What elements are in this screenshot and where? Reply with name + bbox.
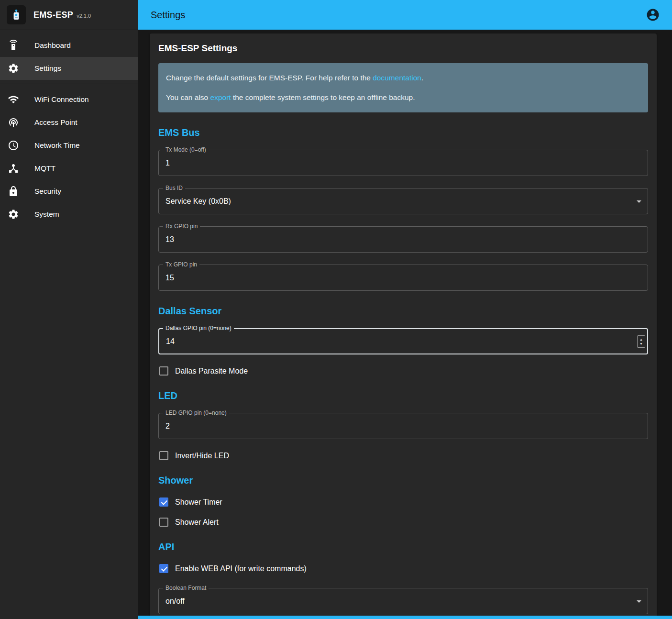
- rx-gpio-input[interactable]: [159, 227, 648, 252]
- app-version: v2.1.0: [77, 13, 91, 19]
- sidebar-group-divider: [0, 84, 138, 84]
- section-heading-api: API: [158, 542, 648, 553]
- sidebar-nav: Dashboard Settings WiFi Connection Acces…: [0, 30, 138, 226]
- boolean-format-label: Boolean Format: [163, 585, 209, 591]
- sidebar-item-label: Network Time: [34, 141, 80, 150]
- sidebar-header: EMS-ESP v2.1.0: [0, 0, 138, 30]
- tx-gpio-field: Tx GPIO pin: [158, 265, 648, 291]
- settings-card: EMS-ESP Settings Change the default sett…: [150, 33, 657, 619]
- sidebar-item-settings[interactable]: Settings: [0, 57, 138, 80]
- app-title: EMS-ESP v2.1.0: [33, 10, 91, 20]
- dallas-parasite-label: Dallas Parasite Mode: [175, 367, 248, 376]
- sidebar-item-mqtt[interactable]: MQTT: [0, 157, 138, 180]
- bottom-accent-bar: [138, 616, 672, 619]
- sidebar-item-label: Settings: [34, 64, 61, 73]
- sidebar-item-label: MQTT: [34, 164, 55, 173]
- sidebar-item-label: System: [34, 210, 59, 219]
- shower-timer-checkbox[interactable]: [159, 497, 168, 507]
- stepper-down-icon[interactable]: ▼: [639, 342, 643, 346]
- rx-gpio-field: Rx GPIO pin: [158, 226, 648, 253]
- sidebar-item-network-time[interactable]: Network Time: [0, 134, 138, 157]
- boolean-format-select[interactable]: Boolean Format on/off: [158, 588, 648, 614]
- info-text: .: [421, 74, 423, 82]
- sidebar: EMS-ESP v2.1.0 Dashboard Settings WiFi C…: [0, 0, 138, 619]
- sidebar-item-dashboard[interactable]: Dashboard: [0, 34, 138, 57]
- sidebar-item-label: Dashboard: [34, 41, 71, 50]
- enable-api-label: Enable WEB API (for write commands): [175, 564, 307, 573]
- sidebar-item-wifi-connection[interactable]: WiFi Connection: [0, 88, 138, 111]
- main-area: Settings EMS-ESP Settings Change the def…: [138, 0, 672, 619]
- sidebar-item-label: WiFi Connection: [34, 95, 89, 104]
- info-text: Change the default settings for EMS-ESP.…: [166, 74, 373, 82]
- led-gpio-label: LED GPIO pin (0=none): [163, 409, 229, 416]
- dallas-gpio-input[interactable]: [159, 329, 647, 354]
- gear-icon: [8, 63, 19, 74]
- app-name: EMS-ESP: [33, 10, 73, 20]
- section-heading-led: LED: [158, 390, 648, 401]
- rx-gpio-label: Rx GPIO pin: [163, 223, 200, 230]
- led-gpio-input[interactable]: [159, 413, 648, 439]
- enable-api-checkbox[interactable]: [159, 564, 168, 573]
- tx-mode-field: Tx Mode (0=off): [158, 150, 648, 176]
- account-circle-icon: [646, 8, 660, 22]
- account-button[interactable]: [645, 7, 661, 23]
- bus-id-label: Bus ID: [163, 185, 185, 191]
- sidebar-item-label: Security: [34, 187, 61, 196]
- bus-id-select[interactable]: Bus ID Service Key (0x0B): [158, 188, 648, 214]
- shower-alert-checkbox[interactable]: [159, 518, 168, 527]
- led-gpio-field: LED GPIO pin (0=none): [158, 413, 648, 439]
- gear-icon: [8, 209, 19, 220]
- sidebar-item-access-point[interactable]: Access Point: [0, 111, 138, 134]
- info-text: the complete system settings to keep an …: [231, 93, 415, 101]
- tx-gpio-input[interactable]: [159, 265, 648, 290]
- lock-icon: [8, 186, 19, 197]
- shower-timer-row[interactable]: Shower Timer: [159, 497, 647, 507]
- info-line-1: Change the default settings for EMS-ESP.…: [166, 74, 640, 82]
- card-title: EMS-ESP Settings: [158, 43, 648, 54]
- shower-alert-label: Shower Alert: [175, 518, 219, 527]
- sidebar-item-label: Access Point: [34, 118, 77, 127]
- dallas-parasite-checkbox[interactable]: [159, 366, 168, 376]
- info-box: Change the default settings for EMS-ESP.…: [158, 63, 648, 112]
- sidebar-item-system[interactable]: System: [0, 203, 138, 226]
- shower-alert-row[interactable]: Shower Alert: [159, 518, 647, 527]
- info-line-2: You can also export the complete system …: [166, 93, 640, 102]
- section-heading-shower: Shower: [158, 475, 648, 486]
- topbar: Settings: [138, 0, 672, 30]
- shower-timer-label: Shower Timer: [175, 498, 222, 507]
- info-text: You can also: [166, 93, 210, 101]
- remote-device-icon: [8, 40, 19, 51]
- dallas-gpio-field: Dallas GPIO pin (0=none) ▲▼: [158, 328, 648, 354]
- chevron-down-icon: [637, 200, 641, 203]
- tx-mode-label: Tx Mode (0=off): [163, 146, 209, 153]
- wifi-icon: [8, 94, 19, 105]
- invert-led-label: Invert/Hide LED: [175, 452, 229, 460]
- dallas-parasite-row[interactable]: Dallas Parasite Mode: [159, 366, 647, 376]
- section-heading-ems-bus: EMS Bus: [158, 127, 648, 138]
- boolean-format-value: on/off: [159, 597, 648, 606]
- export-link[interactable]: export: [210, 93, 231, 101]
- invert-led-checkbox[interactable]: [159, 451, 168, 460]
- app-logo-icon: [7, 5, 26, 24]
- clock-icon: [8, 140, 19, 151]
- tx-mode-input[interactable]: [159, 150, 648, 176]
- enable-api-row[interactable]: Enable WEB API (for write commands): [159, 564, 647, 573]
- bus-id-value: Service Key (0x0B): [159, 197, 648, 206]
- dallas-gpio-label: Dallas GPIO pin (0=none): [163, 325, 234, 332]
- wifi-tethering-icon: [8, 117, 19, 128]
- sidebar-item-security[interactable]: Security: [0, 180, 138, 203]
- tx-gpio-label: Tx GPIO pin: [163, 261, 199, 268]
- section-heading-dallas: Dallas Sensor: [158, 306, 648, 317]
- documentation-link[interactable]: documentation: [373, 74, 421, 82]
- stepper-up-icon[interactable]: ▲: [639, 337, 643, 342]
- page-title: Settings: [151, 10, 185, 21]
- invert-led-row[interactable]: Invert/Hide LED: [159, 451, 647, 460]
- chevron-down-icon: [637, 600, 641, 603]
- number-stepper[interactable]: ▲▼: [637, 335, 645, 348]
- device-hub-icon: [8, 163, 19, 174]
